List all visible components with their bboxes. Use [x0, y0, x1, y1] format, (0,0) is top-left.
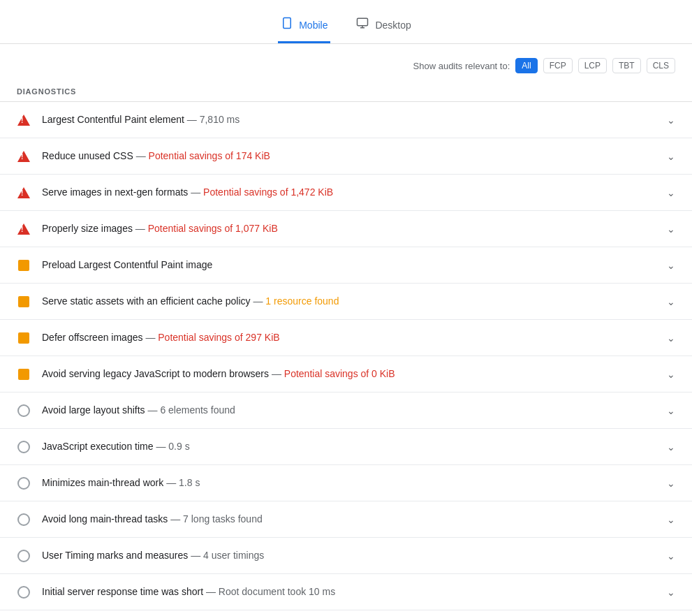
audit-row-network-payloads[interactable]: Avoids enormous network payloads — Total… — [0, 610, 692, 616]
audit-detail-6: — — [145, 332, 158, 343]
svg-rect-0 — [284, 18, 291, 29]
chevron-13: ⌄ — [667, 587, 675, 598]
tab-bar: Mobile Desktop — [0, 0, 692, 44]
audit-detail-0: — 7,810 ms — [187, 114, 240, 125]
mobile-icon — [281, 17, 293, 33]
audit-title-13: Initial server response time was short — [42, 586, 203, 597]
audit-text-7: Avoid serving legacy JavaScript to moder… — [42, 367, 661, 381]
audit-title-5: Serve static assets with an efficient ca… — [42, 295, 251, 307]
audit-title-4: Preload Largest Contentful Paint image — [42, 259, 212, 270]
audit-text-2: Serve images in next-gen formats — Poten… — [42, 185, 661, 200]
audit-detail-11: — 7 long tasks found — [170, 513, 263, 525]
audit-text-13: Initial server response time was short —… — [42, 585, 661, 599]
filter-btn-lcp[interactable]: LCP — [578, 58, 607, 73]
audit-detail-8: — 6 elements found — [148, 404, 235, 416]
audit-title-11: Avoid long main-thread tasks — [42, 513, 168, 525]
audit-title-10: Minimizes main-thread work — [42, 477, 163, 488]
error-icon-1 — [17, 149, 31, 163]
audit-list: Largest Contentful Paint element — 7,810… — [0, 101, 692, 616]
audit-title-3: Properly size images — [42, 223, 133, 234]
tab-desktop-label: Desktop — [375, 20, 411, 31]
audit-text-10: Minimizes main-thread work — 1.8 s — [42, 476, 661, 490]
chevron-12: ⌄ — [667, 550, 675, 562]
info-icon-9 — [17, 440, 31, 454]
warning-icon-7 — [17, 367, 31, 381]
audit-row-long-tasks[interactable]: Avoid long main-thread tasks — 7 long ta… — [0, 501, 692, 538]
audit-row-properly-size[interactable]: Properly size images — Potential savings… — [0, 211, 692, 247]
audit-savings-1: Potential savings of 174 KiB — [149, 150, 270, 161]
audit-title-8: Avoid large layout shifts — [42, 404, 145, 416]
filter-label: Show audits relevant to: — [413, 61, 510, 71]
audit-text-1: Reduce unused CSS — Potential savings of… — [42, 149, 661, 163]
info-icon-11 — [17, 513, 31, 527]
chevron-7: ⌄ — [667, 369, 675, 380]
audit-detail-10: — 1.8 s — [166, 477, 200, 488]
info-icon-13 — [17, 585, 31, 599]
diagnostics-label: DIAGNOSTICS — [0, 82, 692, 101]
audit-row-lcp-element[interactable]: Largest Contentful Paint element — 7,810… — [0, 102, 692, 138]
chevron-10: ⌄ — [667, 478, 675, 489]
audit-title-12: User Timing marks and measures — [42, 550, 188, 561]
audit-text-3: Properly size images — Potential savings… — [42, 221, 661, 236]
audit-detail-1: — — [136, 150, 149, 161]
audit-row-layout-shifts[interactable]: Avoid large layout shifts — 6 elements f… — [0, 393, 692, 429]
warning-icon-5 — [17, 295, 31, 309]
audit-detail-5: — — [253, 295, 265, 307]
audit-row-offscreen-images[interactable]: Defer offscreen images — Potential savin… — [0, 320, 692, 356]
audit-title-9: JavaScript execution time — [42, 441, 154, 452]
tab-mobile[interactable]: Mobile — [278, 11, 330, 43]
audit-title-1: Reduce unused CSS — [42, 150, 133, 161]
audit-text-11: Avoid long main-thread tasks — 7 long ta… — [42, 512, 661, 527]
audit-detail-13: — Root document took 10 ms — [206, 586, 335, 597]
filter-btn-all[interactable]: All — [515, 58, 537, 73]
audit-row-server-response[interactable]: Initial server response time was short —… — [0, 574, 692, 610]
chevron-1: ⌄ — [667, 151, 675, 162]
chevron-9: ⌄ — [667, 441, 675, 453]
audit-savings-5: 1 resource found — [265, 295, 339, 307]
chevron-0: ⌄ — [667, 115, 675, 126]
filter-bar: Show audits relevant to: All FCP LCP TBT… — [0, 55, 692, 82]
warning-icon-6 — [17, 331, 31, 345]
info-icon-8 — [17, 404, 31, 418]
audit-detail-7: — — [272, 368, 284, 379]
filter-btn-cls[interactable]: CLS — [647, 58, 675, 73]
chevron-8: ⌄ — [667, 405, 675, 416]
audit-title-6: Defer offscreen images — [42, 332, 142, 343]
audit-text-6: Defer offscreen images — Potential savin… — [42, 330, 661, 345]
info-icon-12 — [17, 549, 31, 563]
audit-text-12: User Timing marks and measures — 4 user … — [42, 548, 661, 563]
tab-mobile-label: Mobile — [299, 20, 327, 31]
info-icon-10 — [17, 476, 31, 490]
chevron-11: ⌄ — [667, 514, 675, 525]
chevron-5: ⌄ — [667, 296, 675, 307]
chevron-4: ⌄ — [667, 260, 675, 271]
audit-text-4: Preload Largest Contentful Paint image — [42, 258, 661, 272]
audit-row-cache-policy[interactable]: Serve static assets with an efficient ca… — [0, 284, 692, 320]
chevron-2: ⌄ — [667, 187, 675, 198]
audit-text-8: Avoid large layout shifts — 6 elements f… — [42, 403, 661, 418]
audit-detail-9: — 0.9 s — [156, 441, 189, 452]
audit-row-user-timing[interactable]: User Timing marks and measures — 4 user … — [0, 538, 692, 574]
audit-title-7: Avoid serving legacy JavaScript to moder… — [42, 368, 269, 379]
audit-row-preload-lcp[interactable]: Preload Largest Contentful Paint image ⌄ — [0, 247, 692, 284]
filter-btn-fcp[interactable]: FCP — [543, 58, 573, 73]
audit-savings-3: Potential savings of 1,077 KiB — [148, 223, 278, 234]
filter-btn-tbt[interactable]: TBT — [612, 58, 641, 73]
error-icon-2 — [17, 186, 31, 200]
audit-savings-2: Potential savings of 1,472 KiB — [203, 186, 333, 198]
audit-detail-2: — — [191, 186, 203, 198]
chevron-6: ⌄ — [667, 332, 675, 344]
audit-row-main-thread-work[interactable]: Minimizes main-thread work — 1.8 s ⌄ — [0, 465, 692, 501]
tab-desktop[interactable]: Desktop — [353, 11, 413, 43]
audit-row-nextgen-images[interactable]: Serve images in next-gen formats — Poten… — [0, 175, 692, 211]
audit-savings-7: Potential savings of 0 KiB — [284, 368, 395, 379]
audit-text-0: Largest Contentful Paint element — 7,810… — [42, 112, 661, 127]
warning-icon-4 — [17, 258, 31, 272]
audit-title-0: Largest Contentful Paint element — [42, 114, 184, 125]
audit-text-9: JavaScript execution time — 0.9 s — [42, 439, 661, 454]
audit-row-unused-css[interactable]: Reduce unused CSS — Potential savings of… — [0, 138, 692, 175]
audit-row-legacy-js[interactable]: Avoid serving legacy JavaScript to moder… — [0, 356, 692, 393]
audit-detail-12: — 4 user timings — [191, 550, 264, 561]
audit-row-js-execution[interactable]: JavaScript execution time — 0.9 s ⌄ — [0, 429, 692, 465]
svg-rect-2 — [358, 18, 368, 26]
